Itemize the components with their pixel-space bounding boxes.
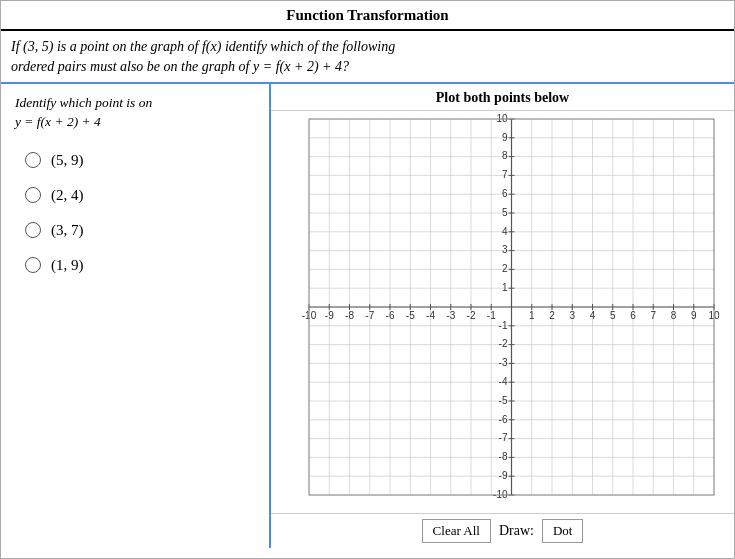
- option-2[interactable]: (2, 4): [25, 187, 255, 204]
- right-panel: Plot both points below Clear All Draw: D…: [271, 84, 734, 548]
- option-2-label: (2, 4): [51, 187, 84, 204]
- option-4-label: (1, 9): [51, 257, 84, 274]
- radio-3[interactable]: [25, 222, 41, 238]
- option-3-label: (3, 7): [51, 222, 84, 239]
- clear-all-button[interactable]: Clear All: [422, 519, 491, 543]
- graph-container[interactable]: [271, 111, 734, 513]
- radio-1[interactable]: [25, 152, 41, 168]
- option-3[interactable]: (3, 7): [25, 222, 255, 239]
- options-list: (5, 9) (2, 4) (3, 7) (1, 9): [15, 152, 255, 274]
- graph-canvas[interactable]: [271, 111, 734, 513]
- draw-label: Draw:: [499, 523, 534, 539]
- dot-button[interactable]: Dot: [542, 519, 584, 543]
- question-line2: y = f(x + 2) + 4: [15, 114, 101, 129]
- option-1[interactable]: (5, 9): [25, 152, 255, 169]
- problem-text: If (3, 5) is a point on the graph of f(x…: [1, 31, 734, 84]
- question-line1: Identify which point is on: [15, 95, 152, 110]
- left-panel: Identify which point is on y = f(x + 2) …: [1, 84, 271, 548]
- option-1-label: (5, 9): [51, 152, 84, 169]
- problem-line1: If (3, 5) is a point on the graph of f(x…: [11, 39, 395, 54]
- problem-line2: ordered pairs must also be on the graph …: [11, 59, 349, 74]
- option-4[interactable]: (1, 9): [25, 257, 255, 274]
- main-content: Identify which point is on y = f(x + 2) …: [1, 84, 734, 548]
- radio-4[interactable]: [25, 257, 41, 273]
- page-title: Function Transformation: [1, 1, 734, 31]
- question-label: Identify which point is on y = f(x + 2) …: [15, 94, 255, 132]
- bottom-bar: Clear All Draw: Dot: [271, 513, 734, 548]
- radio-2[interactable]: [25, 187, 41, 203]
- graph-title: Plot both points below: [271, 84, 734, 111]
